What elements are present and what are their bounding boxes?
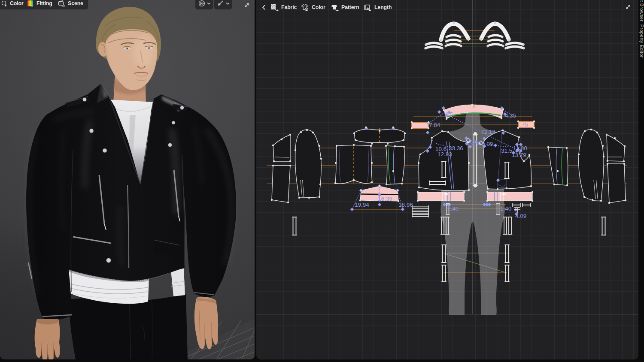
svg-text:2.40: 2.40 <box>447 205 459 212</box>
svg-text:7.84: 7.84 <box>429 122 440 128</box>
svg-text:.75: .75 <box>520 121 528 128</box>
svg-text:5.09: 5.09 <box>482 141 493 147</box>
svg-text:18.96: 18.96 <box>398 202 413 208</box>
svg-text:4.5: 4.5 <box>445 111 453 118</box>
svg-text:13.79: 13.79 <box>512 152 526 158</box>
svg-text:12.93: 12.93 <box>437 151 452 157</box>
svg-text:1.40: 1.40 <box>500 205 511 212</box>
svg-text:19.94: 19.94 <box>355 202 369 208</box>
svg-text:31.5: 31.5 <box>501 148 512 154</box>
svg-text:4.35: 4.35 <box>505 112 516 119</box>
svg-text:.90: .90 <box>470 141 478 148</box>
svg-text:11.80: 11.80 <box>513 145 527 151</box>
svg-text:4.09: 4.09 <box>515 213 526 219</box>
svg-text:33.36: 33.36 <box>449 145 463 151</box>
svg-text:72.13: 72.13 <box>481 129 495 135</box>
svg-text:16.39: 16.39 <box>378 196 392 202</box>
